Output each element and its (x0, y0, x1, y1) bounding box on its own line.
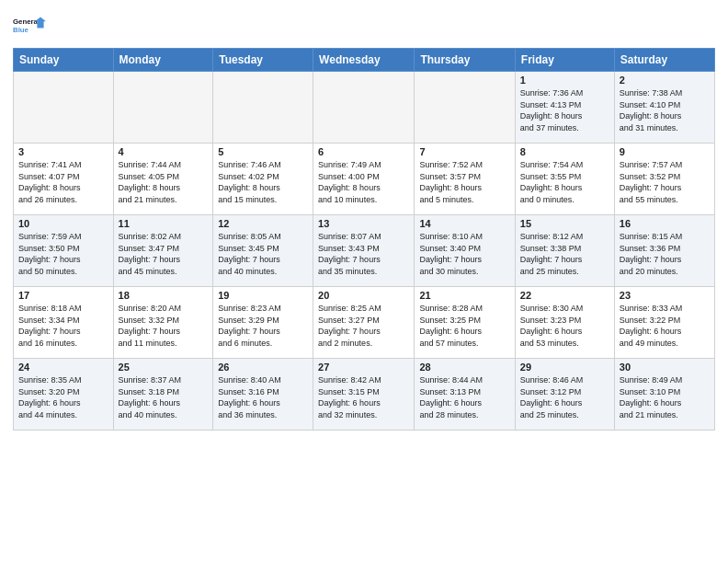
day-info: Sunrise: 8:42 AMSunset: 3:15 PMDaylight:… (318, 374, 409, 420)
day-info: Sunrise: 7:36 AMSunset: 4:13 PMDaylight:… (520, 87, 609, 133)
calendar-cell: 29Sunrise: 8:46 AMSunset: 3:12 PMDayligh… (515, 359, 614, 431)
calendar-cell: 19Sunrise: 8:23 AMSunset: 3:29 PMDayligh… (213, 287, 313, 359)
calendar-cell: 16Sunrise: 8:15 AMSunset: 3:36 PMDayligh… (614, 215, 714, 287)
day-info: Sunrise: 7:44 AMSunset: 4:05 PMDaylight:… (119, 159, 209, 205)
calendar-cell: 21Sunrise: 8:28 AMSunset: 3:25 PMDayligh… (415, 287, 515, 359)
calendar-cell (213, 72, 313, 144)
calendar-week-row: 17Sunrise: 8:18 AMSunset: 3:34 PMDayligh… (14, 287, 715, 359)
day-info: Sunrise: 7:49 AMSunset: 4:00 PMDaylight:… (318, 159, 409, 205)
calendar-cell: 27Sunrise: 8:42 AMSunset: 3:15 PMDayligh… (313, 359, 415, 431)
calendar-weekday-saturday: Saturday (614, 49, 714, 72)
day-info: Sunrise: 7:41 AMSunset: 4:07 PMDaylight:… (18, 159, 108, 205)
calendar-cell: 22Sunrise: 8:30 AMSunset: 3:23 PMDayligh… (515, 287, 614, 359)
day-number: 8 (520, 146, 609, 157)
day-number: 16 (620, 218, 710, 229)
day-info: Sunrise: 7:46 AMSunset: 4:02 PMDaylight:… (218, 159, 308, 205)
calendar-cell (113, 72, 213, 144)
calendar-cell: 3Sunrise: 7:41 AMSunset: 4:07 PMDaylight… (14, 144, 114, 215)
day-number: 27 (318, 362, 409, 373)
day-number: 18 (119, 290, 209, 301)
day-number: 3 (18, 146, 108, 157)
day-info: Sunrise: 8:30 AMSunset: 3:23 PMDaylight:… (520, 303, 609, 349)
day-number: 17 (18, 290, 108, 301)
calendar-weekday-monday: Monday (113, 49, 213, 72)
day-info: Sunrise: 7:59 AMSunset: 3:50 PMDaylight:… (18, 231, 108, 277)
calendar-weekday-friday: Friday (515, 49, 614, 72)
calendar-cell: 11Sunrise: 8:02 AMSunset: 3:47 PMDayligh… (113, 215, 213, 287)
day-number: 10 (18, 218, 108, 229)
calendar-week-row: 10Sunrise: 7:59 AMSunset: 3:50 PMDayligh… (14, 215, 715, 287)
calendar-week-row: 1Sunrise: 7:36 AMSunset: 4:13 PMDaylight… (14, 72, 715, 144)
calendar-cell: 28Sunrise: 8:44 AMSunset: 3:13 PMDayligh… (415, 359, 515, 431)
day-info: Sunrise: 8:40 AMSunset: 3:16 PMDaylight:… (218, 374, 308, 420)
day-number: 20 (318, 290, 409, 301)
day-info: Sunrise: 8:33 AMSunset: 3:22 PMDaylight:… (620, 303, 710, 349)
calendar-week-row: 3Sunrise: 7:41 AMSunset: 4:07 PMDaylight… (14, 144, 715, 215)
logo: General Blue (13, 9, 46, 42)
calendar-weekday-thursday: Thursday (415, 49, 515, 72)
day-number: 23 (620, 290, 710, 301)
calendar-cell: 12Sunrise: 8:05 AMSunset: 3:45 PMDayligh… (213, 215, 313, 287)
day-number: 12 (218, 218, 308, 229)
calendar-weekday-tuesday: Tuesday (213, 49, 313, 72)
day-info: Sunrise: 7:52 AMSunset: 3:57 PMDaylight:… (419, 159, 509, 205)
day-info: Sunrise: 8:10 AMSunset: 3:40 PMDaylight:… (419, 231, 509, 277)
day-number: 2 (620, 75, 710, 86)
calendar-weekday-sunday: Sunday (14, 49, 114, 72)
day-info: Sunrise: 8:46 AMSunset: 3:12 PMDaylight:… (520, 374, 609, 420)
day-info: Sunrise: 8:15 AMSunset: 3:36 PMDaylight:… (620, 231, 710, 277)
day-number: 1 (520, 75, 609, 86)
day-number: 29 (520, 362, 609, 373)
day-info: Sunrise: 7:54 AMSunset: 3:55 PMDaylight:… (520, 159, 609, 205)
day-info: Sunrise: 8:12 AMSunset: 3:38 PMDaylight:… (520, 231, 609, 277)
day-info: Sunrise: 8:28 AMSunset: 3:25 PMDaylight:… (419, 303, 509, 349)
calendar-cell: 9Sunrise: 7:57 AMSunset: 3:52 PMDaylight… (614, 144, 714, 215)
svg-text:Blue: Blue (13, 26, 29, 34)
day-number: 22 (520, 290, 609, 301)
day-info: Sunrise: 8:20 AMSunset: 3:32 PMDaylight:… (119, 303, 209, 349)
calendar-cell: 15Sunrise: 8:12 AMSunset: 3:38 PMDayligh… (515, 215, 614, 287)
calendar-cell: 5Sunrise: 7:46 AMSunset: 4:02 PMDaylight… (213, 144, 313, 215)
day-info: Sunrise: 8:49 AMSunset: 3:10 PMDaylight:… (620, 374, 710, 420)
day-info: Sunrise: 8:25 AMSunset: 3:27 PMDaylight:… (318, 303, 409, 349)
calendar-cell: 26Sunrise: 8:40 AMSunset: 3:16 PMDayligh… (213, 359, 313, 431)
day-number: 25 (119, 362, 209, 373)
day-info: Sunrise: 8:44 AMSunset: 3:13 PMDaylight:… (419, 374, 509, 420)
day-info: Sunrise: 8:35 AMSunset: 3:20 PMDaylight:… (18, 374, 108, 420)
day-number: 14 (419, 218, 509, 229)
calendar-cell (14, 72, 114, 144)
calendar-header-row: SundayMondayTuesdayWednesdayThursdayFrid… (14, 49, 715, 72)
calendar-cell: 20Sunrise: 8:25 AMSunset: 3:27 PMDayligh… (313, 287, 415, 359)
calendar-cell: 14Sunrise: 8:10 AMSunset: 3:40 PMDayligh… (415, 215, 515, 287)
day-number: 30 (620, 362, 710, 373)
day-info: Sunrise: 8:23 AMSunset: 3:29 PMDaylight:… (218, 303, 308, 349)
calendar-cell: 23Sunrise: 8:33 AMSunset: 3:22 PMDayligh… (614, 287, 714, 359)
day-number: 4 (119, 146, 209, 157)
calendar-cell: 2Sunrise: 7:38 AMSunset: 4:10 PMDaylight… (614, 72, 714, 144)
day-info: Sunrise: 8:02 AMSunset: 3:47 PMDaylight:… (119, 231, 209, 277)
day-info: Sunrise: 8:07 AMSunset: 3:43 PMDaylight:… (318, 231, 409, 277)
day-number: 13 (318, 218, 409, 229)
day-info: Sunrise: 8:18 AMSunset: 3:34 PMDaylight:… (18, 303, 108, 349)
day-number: 24 (18, 362, 108, 373)
day-number: 26 (218, 362, 308, 373)
day-number: 15 (520, 218, 609, 229)
calendar-week-row: 24Sunrise: 8:35 AMSunset: 3:20 PMDayligh… (14, 359, 715, 431)
day-number: 5 (218, 146, 308, 157)
calendar-cell: 30Sunrise: 8:49 AMSunset: 3:10 PMDayligh… (614, 359, 714, 431)
calendar: SundayMondayTuesdayWednesdayThursdayFrid… (13, 48, 715, 431)
day-info: Sunrise: 8:05 AMSunset: 3:45 PMDaylight:… (218, 231, 308, 277)
day-number: 19 (218, 290, 308, 301)
day-number: 28 (419, 362, 509, 373)
day-number: 7 (419, 146, 509, 157)
day-number: 11 (119, 218, 209, 229)
day-number: 6 (318, 146, 409, 157)
calendar-cell: 24Sunrise: 8:35 AMSunset: 3:20 PMDayligh… (14, 359, 114, 431)
day-info: Sunrise: 7:57 AMSunset: 3:52 PMDaylight:… (620, 159, 710, 205)
calendar-cell: 7Sunrise: 7:52 AMSunset: 3:57 PMDaylight… (415, 144, 515, 215)
calendar-cell: 4Sunrise: 7:44 AMSunset: 4:05 PMDaylight… (113, 144, 213, 215)
day-number: 9 (620, 146, 710, 157)
calendar-cell: 10Sunrise: 7:59 AMSunset: 3:50 PMDayligh… (14, 215, 114, 287)
day-info: Sunrise: 7:38 AMSunset: 4:10 PMDaylight:… (620, 87, 710, 133)
calendar-cell: 17Sunrise: 8:18 AMSunset: 3:34 PMDayligh… (14, 287, 114, 359)
